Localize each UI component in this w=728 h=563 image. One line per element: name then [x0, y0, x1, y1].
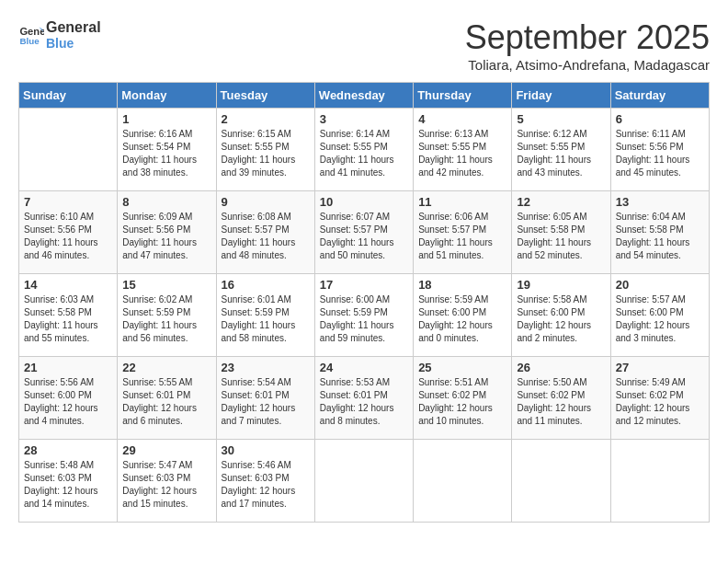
calendar-cell: 21Sunrise: 5:56 AM Sunset: 6:00 PM Dayli…	[19, 357, 118, 440]
calendar-cell	[512, 440, 610, 523]
calendar-cell: 10Sunrise: 6:07 AM Sunset: 5:57 PM Dayli…	[314, 191, 413, 274]
month-title: September 2025	[465, 18, 710, 57]
logo-general: General	[46, 18, 101, 36]
day-info: Sunrise: 5:57 AM Sunset: 6:00 PM Dayligh…	[616, 293, 704, 345]
weekday-header-tuesday: Tuesday	[216, 83, 314, 109]
day-info: Sunrise: 5:58 AM Sunset: 6:00 PM Dayligh…	[517, 293, 605, 345]
svg-text:Blue: Blue	[19, 36, 40, 46]
calendar-week-3: 14Sunrise: 6:03 AM Sunset: 5:58 PM Dayli…	[19, 274, 710, 357]
calendar-cell: 4Sunrise: 6:13 AM Sunset: 5:55 PM Daylig…	[414, 109, 512, 191]
calendar-body: 1Sunrise: 6:16 AM Sunset: 5:54 PM Daylig…	[19, 109, 710, 523]
day-info: Sunrise: 5:50 AM Sunset: 6:02 PM Dayligh…	[517, 376, 605, 428]
calendar-cell: 15Sunrise: 6:02 AM Sunset: 5:59 PM Dayli…	[118, 274, 216, 357]
calendar-cell: 16Sunrise: 6:01 AM Sunset: 5:59 PM Dayli…	[216, 274, 314, 357]
logo: General Blue General Blue	[18, 18, 101, 52]
calendar-cell: 28Sunrise: 5:48 AM Sunset: 6:03 PM Dayli…	[19, 440, 118, 523]
day-info: Sunrise: 5:55 AM Sunset: 6:01 PM Dayligh…	[122, 376, 210, 428]
day-number: 18	[418, 278, 506, 292]
day-info: Sunrise: 6:12 AM Sunset: 5:55 PM Dayligh…	[517, 128, 605, 179]
calendar-table: SundayMondayTuesdayWednesdayThursdayFrid…	[18, 82, 710, 523]
calendar-cell: 8Sunrise: 6:09 AM Sunset: 5:56 PM Daylig…	[118, 191, 216, 274]
day-number: 14	[24, 278, 112, 292]
calendar-cell: 20Sunrise: 5:57 AM Sunset: 6:00 PM Dayli…	[610, 274, 709, 357]
day-number: 7	[24, 195, 112, 209]
calendar-cell: 24Sunrise: 5:53 AM Sunset: 6:01 PM Dayli…	[314, 357, 413, 440]
day-number: 30	[222, 443, 310, 457]
day-info: Sunrise: 5:56 AM Sunset: 6:00 PM Dayligh…	[24, 376, 112, 428]
calendar-cell: 11Sunrise: 6:06 AM Sunset: 5:57 PM Dayli…	[414, 191, 512, 274]
day-info: Sunrise: 6:09 AM Sunset: 5:56 PM Dayligh…	[122, 211, 210, 262]
weekday-header-friday: Friday	[512, 83, 610, 109]
location-title: Toliara, Atsimo-Andrefana, Madagascar	[465, 57, 710, 73]
calendar-cell: 25Sunrise: 5:51 AM Sunset: 6:02 PM Dayli…	[414, 357, 512, 440]
day-number: 27	[616, 361, 704, 374]
calendar-week-4: 21Sunrise: 5:56 AM Sunset: 6:00 PM Dayli…	[19, 357, 710, 440]
logo-blue: Blue	[46, 36, 101, 52]
calendar-cell: 23Sunrise: 5:54 AM Sunset: 6:01 PM Dayli…	[216, 357, 314, 440]
day-info: Sunrise: 5:54 AM Sunset: 6:01 PM Dayligh…	[222, 376, 310, 428]
day-number: 9	[222, 195, 310, 209]
day-number: 5	[517, 112, 605, 126]
day-number: 15	[122, 278, 210, 292]
day-info: Sunrise: 6:06 AM Sunset: 5:57 PM Dayligh…	[418, 211, 506, 262]
calendar-cell: 6Sunrise: 6:11 AM Sunset: 5:56 PM Daylig…	[610, 109, 709, 191]
day-number: 22	[122, 361, 210, 374]
day-number: 11	[418, 195, 506, 209]
day-info: Sunrise: 5:53 AM Sunset: 6:01 PM Dayligh…	[320, 376, 408, 428]
day-info: Sunrise: 5:51 AM Sunset: 6:02 PM Dayligh…	[418, 376, 506, 428]
day-number: 10	[320, 195, 408, 209]
calendar-cell: 9Sunrise: 6:08 AM Sunset: 5:57 PM Daylig…	[216, 191, 314, 274]
day-info: Sunrise: 6:05 AM Sunset: 5:58 PM Dayligh…	[517, 211, 605, 262]
day-number: 21	[24, 361, 112, 374]
day-number: 28	[24, 443, 112, 457]
day-number: 29	[122, 443, 210, 457]
day-info: Sunrise: 6:07 AM Sunset: 5:57 PM Dayligh…	[320, 211, 408, 262]
day-number: 3	[320, 112, 408, 126]
day-number: 2	[222, 112, 310, 126]
day-number: 4	[418, 112, 506, 126]
day-number: 23	[222, 361, 310, 374]
day-info: Sunrise: 5:49 AM Sunset: 6:02 PM Dayligh…	[616, 376, 704, 428]
day-number: 13	[616, 195, 704, 209]
calendar-cell: 29Sunrise: 5:47 AM Sunset: 6:03 PM Dayli…	[118, 440, 216, 523]
calendar-cell: 5Sunrise: 6:12 AM Sunset: 5:55 PM Daylig…	[512, 109, 610, 191]
day-info: Sunrise: 6:16 AM Sunset: 5:54 PM Dayligh…	[122, 128, 210, 179]
day-info: Sunrise: 6:15 AM Sunset: 5:55 PM Dayligh…	[222, 128, 310, 179]
day-info: Sunrise: 5:59 AM Sunset: 6:00 PM Dayligh…	[418, 293, 506, 345]
calendar-cell: 22Sunrise: 5:55 AM Sunset: 6:01 PM Dayli…	[118, 357, 216, 440]
day-info: Sunrise: 6:10 AM Sunset: 5:56 PM Dayligh…	[24, 211, 112, 262]
calendar-cell	[414, 440, 512, 523]
day-info: Sunrise: 6:14 AM Sunset: 5:55 PM Dayligh…	[320, 128, 408, 179]
title-block: September 2025 Toliara, Atsimo-Andrefana…	[465, 18, 710, 73]
weekday-header-row: SundayMondayTuesdayWednesdayThursdayFrid…	[19, 83, 710, 109]
calendar-cell	[314, 440, 413, 523]
weekday-header-monday: Monday	[118, 83, 216, 109]
calendar-cell: 12Sunrise: 6:05 AM Sunset: 5:58 PM Dayli…	[512, 191, 610, 274]
calendar-cell	[19, 109, 118, 191]
weekday-header-sunday: Sunday	[19, 83, 118, 109]
day-number: 1	[122, 112, 210, 126]
day-number: 24	[320, 361, 408, 374]
calendar-cell: 7Sunrise: 6:10 AM Sunset: 5:56 PM Daylig…	[19, 191, 118, 274]
calendar-cell: 27Sunrise: 5:49 AM Sunset: 6:02 PM Dayli…	[610, 357, 709, 440]
logo-icon: General Blue	[18, 22, 44, 48]
day-info: Sunrise: 6:00 AM Sunset: 5:59 PM Dayligh…	[320, 293, 408, 345]
day-info: Sunrise: 5:46 AM Sunset: 6:03 PM Dayligh…	[222, 459, 310, 511]
calendar-week-5: 28Sunrise: 5:48 AM Sunset: 6:03 PM Dayli…	[19, 440, 710, 523]
day-info: Sunrise: 5:48 AM Sunset: 6:03 PM Dayligh…	[24, 459, 112, 511]
calendar-week-2: 7Sunrise: 6:10 AM Sunset: 5:56 PM Daylig…	[19, 191, 710, 274]
calendar-cell	[610, 440, 709, 523]
day-info: Sunrise: 6:13 AM Sunset: 5:55 PM Dayligh…	[418, 128, 506, 179]
day-number: 25	[418, 361, 506, 374]
calendar-cell: 30Sunrise: 5:46 AM Sunset: 6:03 PM Dayli…	[216, 440, 314, 523]
weekday-header-thursday: Thursday	[414, 83, 512, 109]
day-number: 12	[517, 195, 605, 209]
day-number: 19	[517, 278, 605, 292]
calendar-cell: 18Sunrise: 5:59 AM Sunset: 6:00 PM Dayli…	[414, 274, 512, 357]
day-info: Sunrise: 5:47 AM Sunset: 6:03 PM Dayligh…	[122, 459, 210, 511]
calendar-cell: 19Sunrise: 5:58 AM Sunset: 6:00 PM Dayli…	[512, 274, 610, 357]
calendar-cell: 1Sunrise: 6:16 AM Sunset: 5:54 PM Daylig…	[118, 109, 216, 191]
calendar-cell: 13Sunrise: 6:04 AM Sunset: 5:58 PM Dayli…	[610, 191, 709, 274]
calendar-cell: 14Sunrise: 6:03 AM Sunset: 5:58 PM Dayli…	[19, 274, 118, 357]
day-number: 6	[616, 112, 704, 126]
